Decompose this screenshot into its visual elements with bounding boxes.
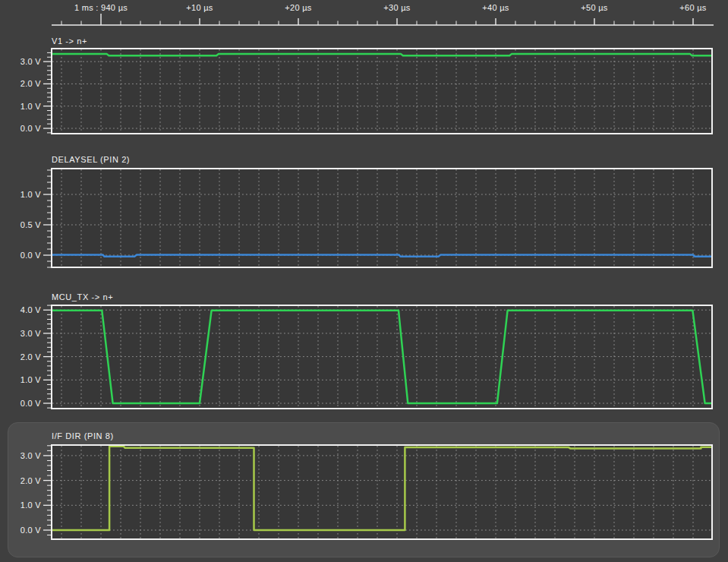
y-axis-label: 3.0 V <box>20 329 42 338</box>
y-axis-label: 2.0 V <box>20 79 42 88</box>
waveform-panel-delaysel[interactable]: 0.0 V0.5 V1.0 V <box>0 159 728 276</box>
y-axis-label: 3.0 V <box>20 451 42 460</box>
y-axis-label: 1.0 V <box>20 190 42 199</box>
y-axis-label: 0.5 V <box>20 220 42 229</box>
y-axis-label: 1.0 V <box>20 102 42 111</box>
time-tick-label: +10 µs <box>186 3 213 12</box>
y-axis-label: 3.0 V <box>20 57 42 66</box>
y-axis: 0.0 V1.0 V2.0 V3.0 V4.0 V <box>20 305 52 408</box>
y-axis-label: 1.0 V <box>20 375 42 384</box>
y-axis-label: 2.0 V <box>20 352 42 362</box>
y-axis-label: 0.0 V <box>20 124 42 133</box>
y-axis-label: 0.0 V <box>20 526 42 535</box>
waveform-panel-v1[interactable]: 0.0 V1.0 V2.0 V3.0 V <box>0 39 728 143</box>
time-tick-label: +20 µs <box>285 3 312 12</box>
time-tick-label: +30 µs <box>383 3 411 12</box>
waveform-viewer: 1 ms : 940 µs+10 µs+20 µs+30 µs+40 µs+50… <box>0 0 728 562</box>
y-axis: 0.0 V1.0 V2.0 V3.0 V <box>20 52 52 133</box>
y-axis-label: 2.0 V <box>20 476 42 485</box>
y-axis-label: 0.0 V <box>20 399 42 408</box>
y-axis: 0.0 V0.5 V1.0 V <box>20 170 52 267</box>
time-tick-label: +50 µs <box>581 3 608 12</box>
y-axis: 0.0 V1.0 V2.0 V3.0 V <box>20 446 52 535</box>
waveform-panel-if_dir[interactable]: 0.0 V1.0 V2.0 V3.0 V <box>0 436 728 548</box>
plot-area-delaysel <box>52 169 712 267</box>
y-axis-label: 1.0 V <box>20 500 42 510</box>
plot-area-v1 <box>52 49 712 134</box>
time-axis-svg: 1 ms : 940 µs+10 µs+20 µs+30 µs+40 µs+50… <box>0 0 728 29</box>
time-tick-label: +60 µs <box>679 3 707 12</box>
plot-area-if_dir <box>52 445 712 539</box>
y-axis-label: 4.0 V <box>20 305 42 314</box>
y-axis-label: 0.0 V <box>20 251 42 260</box>
waveform-panel-mcu_tx[interactable]: 0.0 V1.0 V2.0 V3.0 V4.0 V <box>0 296 728 418</box>
plot-area-mcu_tx <box>52 305 712 409</box>
time-axis-ticks: 1 ms : 940 µs+10 µs+20 µs+30 µs+40 µs+50… <box>52 3 714 25</box>
time-ref-label: 1 ms : 940 µs <box>74 3 128 12</box>
time-tick-label: +40 µs <box>482 3 509 12</box>
